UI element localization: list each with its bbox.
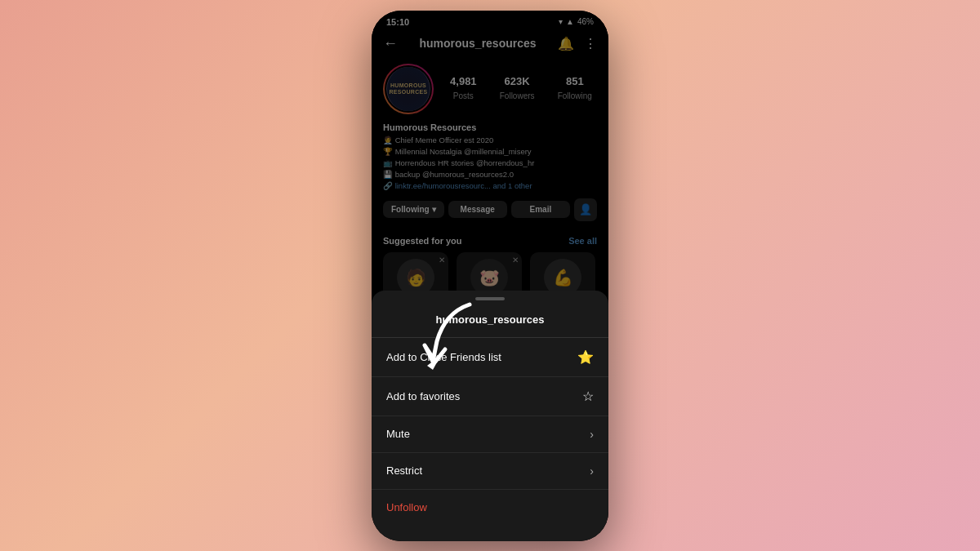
bottom-sheet-overlay[interactable]: humorous_resources Add to Close Friends … (372, 11, 608, 541)
mute-item[interactable]: Mute › (372, 416, 608, 453)
close-friends-item[interactable]: Add to Close Friends list ⭐ (372, 338, 608, 377)
favorites-item[interactable]: Add to favorites ☆ (372, 377, 608, 416)
star-outline-icon: ☆ (582, 389, 594, 404)
unfollow-item[interactable]: Unfollow (372, 490, 608, 525)
sheet-username: humorous_resources (372, 310, 608, 338)
chevron-right-icon: › (590, 428, 594, 441)
restrict-item[interactable]: Restrict › (372, 453, 608, 490)
sheet-handle (475, 297, 505, 300)
restrict-label: Restrict (386, 464, 422, 477)
favorites-label: Add to favorites (386, 390, 460, 402)
bottom-sheet: humorous_resources Add to Close Friends … (372, 291, 608, 541)
close-friends-label: Add to Close Friends list (386, 351, 501, 363)
chevron-right-icon: › (590, 464, 594, 478)
mute-label: Mute (386, 428, 410, 440)
phone-frame: 15:10 ▾ ▲ 46% ← humorous_resources 🔔 ⋮ H… (372, 11, 608, 541)
unfollow-label: Unfollow (386, 501, 427, 513)
star-filled-icon: ⭐ (577, 349, 594, 365)
